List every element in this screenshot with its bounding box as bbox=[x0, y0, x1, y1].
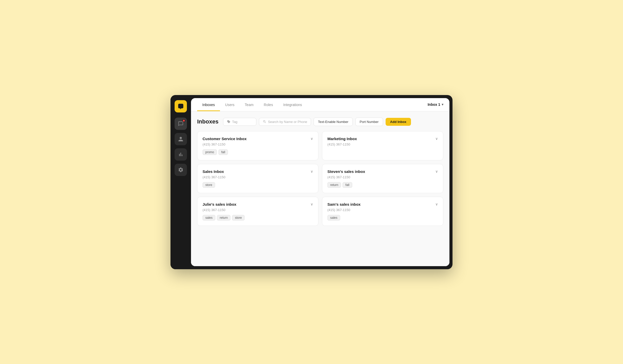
inbox-name: Marketing Inbox bbox=[327, 137, 357, 141]
inbox-card-header: Customer Service Inbox∨ bbox=[203, 137, 313, 141]
sidebar-logo[interactable] bbox=[175, 100, 187, 112]
inbox-tag[interactable]: sales bbox=[203, 215, 215, 221]
inbox-tag[interactable]: return bbox=[217, 215, 230, 221]
inbox-phone: (415) 367-1150 bbox=[203, 142, 313, 146]
notification-badge bbox=[182, 119, 185, 122]
inbox-tag[interactable]: store bbox=[203, 182, 215, 188]
inbox-card: Customer Service Inbox∨(415) 367-1150pro… bbox=[197, 131, 318, 160]
inbox-tag[interactable]: store bbox=[232, 215, 245, 221]
sidebar-item-settings[interactable] bbox=[175, 164, 187, 176]
inbox-selector-label: Inbox 1 bbox=[428, 102, 440, 107]
inbox-phone: (415) 367-1150 bbox=[327, 142, 438, 146]
main-content: Inboxes Users Team Roles Integrations In… bbox=[191, 98, 449, 266]
inbox-card-header: Sam's sales inbox∨ bbox=[327, 202, 438, 206]
chevron-down-icon[interactable]: ∨ bbox=[310, 202, 313, 206]
tag-icon bbox=[227, 120, 230, 123]
tag-placeholder: Tag bbox=[232, 120, 237, 124]
inbox-card: Sam's sales inbox∨(415) 367-1150sales bbox=[322, 197, 443, 226]
inbox-tags: returnfall bbox=[327, 182, 438, 188]
inbox-name: Julie's sales inbox bbox=[203, 202, 236, 206]
inbox-tags: store bbox=[203, 182, 313, 188]
inbox-card: Sales Inbox∨(415) 367-1150store bbox=[197, 164, 318, 193]
inbox-tags: salesreturnstore bbox=[203, 215, 313, 221]
chevron-down-icon[interactable]: ∨ bbox=[310, 137, 313, 141]
inbox-phone: (415) 367-1150 bbox=[327, 208, 438, 212]
tab-inboxes[interactable]: Inboxes bbox=[197, 98, 220, 111]
search-icon bbox=[263, 120, 266, 123]
page-title: Inboxes bbox=[197, 118, 218, 125]
inbox-tag[interactable]: return bbox=[327, 182, 341, 188]
inbox-grid: Customer Service Inbox∨(415) 367-1150pro… bbox=[197, 131, 443, 226]
chevron-down-icon[interactable]: ∨ bbox=[435, 137, 438, 141]
chevron-down-icon[interactable]: ∨ bbox=[310, 169, 313, 173]
search-placeholder: Search by Name or Phone bbox=[268, 120, 307, 124]
tab-integrations[interactable]: Integrations bbox=[278, 98, 307, 111]
tag-input[interactable]: Tag bbox=[223, 118, 256, 126]
inbox-card-header: Sales Inbox∨ bbox=[203, 169, 313, 174]
inbox-selector[interactable]: Inbox 1 ▾ bbox=[428, 102, 443, 107]
inbox-card: Marketing Inbox∨(415) 367-1150 bbox=[322, 131, 443, 160]
inbox-card-header: Marketing Inbox∨ bbox=[327, 137, 438, 141]
sidebar-item-contacts[interactable] bbox=[175, 133, 187, 145]
inbox-card-header: Steven's sales inbox∨ bbox=[327, 169, 438, 174]
tab-team[interactable]: Team bbox=[240, 98, 259, 111]
inbox-tags: promofall bbox=[203, 149, 313, 155]
chevron-down-icon: ▾ bbox=[442, 103, 443, 106]
inbox-tag[interactable]: sales bbox=[327, 215, 340, 221]
inbox-phone: (415) 367-1150 bbox=[203, 208, 313, 212]
add-inbox-button[interactable]: Add Inbox bbox=[386, 118, 411, 126]
inbox-tag[interactable]: fall bbox=[218, 149, 228, 155]
inbox-name: Steven's sales inbox bbox=[327, 169, 365, 174]
inbox-name: Customer Service Inbox bbox=[203, 137, 247, 141]
inbox-card: Steven's sales inbox∨(415) 367-1150retur… bbox=[322, 164, 443, 193]
body: Inboxes Tag Search by Name or Phone Text… bbox=[191, 111, 449, 266]
tab-users[interactable]: Users bbox=[220, 98, 240, 111]
chevron-down-icon[interactable]: ∨ bbox=[435, 169, 438, 173]
inbox-tags: sales bbox=[327, 215, 438, 221]
inbox-name: Sales Inbox bbox=[203, 169, 224, 174]
tab-roles[interactable]: Roles bbox=[259, 98, 278, 111]
search-input[interactable]: Search by Name or Phone bbox=[259, 118, 311, 126]
tabs: Inboxes Users Team Roles Integrations bbox=[197, 98, 307, 111]
inbox-card-header: Julie's sales inbox∨ bbox=[203, 202, 313, 206]
sidebar bbox=[170, 95, 191, 269]
port-number-button[interactable]: Port Number bbox=[355, 118, 383, 126]
sidebar-item-analytics[interactable] bbox=[175, 148, 187, 161]
inbox-phone: (415) 367-1150 bbox=[327, 175, 438, 179]
inbox-name: Sam's sales inbox bbox=[327, 202, 360, 206]
sidebar-item-messages[interactable] bbox=[175, 118, 187, 130]
inbox-tag[interactable]: fall bbox=[343, 182, 352, 188]
inbox-card: Julie's sales inbox∨(415) 367-1150salesr… bbox=[197, 197, 318, 226]
inbox-tag[interactable]: promo bbox=[203, 149, 217, 155]
chevron-down-icon[interactable]: ∨ bbox=[435, 202, 438, 206]
header: Inboxes Users Team Roles Integrations In… bbox=[191, 98, 449, 111]
inbox-phone: (415) 367-1150 bbox=[203, 175, 313, 179]
toolbar: Inboxes Tag Search by Name or Phone Text… bbox=[197, 118, 443, 126]
text-enable-button[interactable]: Text-Enable Number bbox=[314, 118, 353, 126]
app-frame: Inboxes Users Team Roles Integrations In… bbox=[170, 95, 453, 269]
